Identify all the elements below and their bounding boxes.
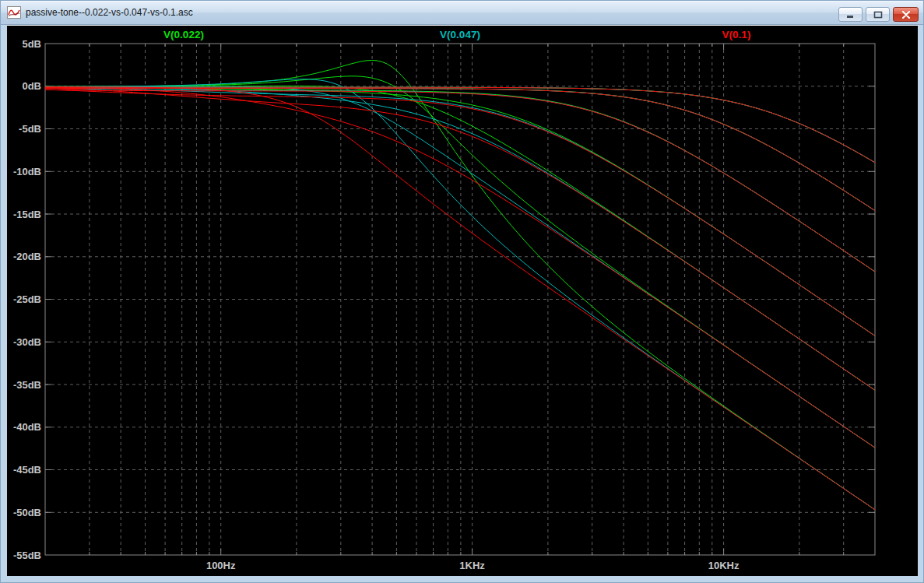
x-tick-label-2: 10KHz — [708, 560, 740, 571]
y-tick-label-4: -15dB — [13, 209, 41, 220]
titlebar-highlight — [1, 1, 923, 2]
y-tick-label-3: -10dB — [13, 166, 41, 177]
close-button[interactable] — [893, 7, 919, 22]
x-tick-label-0: 100Hz — [206, 560, 236, 571]
x-tick-label-1: 1KHz — [459, 560, 485, 571]
y-tick-label-12: -55dB — [13, 550, 41, 561]
window-controls — [838, 7, 919, 22]
window-border-right — [918, 25, 923, 583]
y-tick-label-0: 5dB — [22, 38, 41, 50]
y-tick-label-1: 0dB — [22, 80, 41, 92]
maximize-button[interactable] — [866, 7, 890, 22]
y-tick-label-11: -50dB — [13, 507, 41, 518]
window-border-bottom — [1, 576, 923, 582]
window-title: passive-tone--0.022-vs-0.047-vs-0.1.asc — [26, 7, 193, 18]
y-tick-label-5: -20dB — [13, 251, 41, 262]
window-border-left — [1, 25, 7, 583]
x-axis-labels: 100Hz1KHz10KHz — [206, 560, 740, 571]
trace-label-v0047[interactable]: V(0.047) — [440, 29, 480, 40]
y-tick-label-8: -35dB — [13, 379, 41, 391]
plot-client-area: 100Hz1KHz10KHz 5dB0dB-5dB-10dB-15dB-20dB… — [7, 26, 919, 577]
y-tick-label-9: -40dB — [13, 421, 41, 433]
trace-label-v01[interactable]: V(0.1) — [722, 29, 751, 40]
y-tick-label-7: -30dB — [13, 336, 41, 348]
y-tick-label-10: -45dB — [13, 464, 41, 476]
y-tick-label-6: -25dB — [13, 293, 41, 305]
title-bar[interactable]: passive-tone--0.022-vs-0.047-vs-0.1.asc — [1, 1, 923, 25]
waveform-plot[interactable]: 100Hz1KHz10KHz 5dB0dB-5dB-10dB-15dB-20dB… — [7, 26, 919, 577]
y-tick-label-2: -5dB — [19, 123, 41, 135]
y-axis-labels: 5dB0dB-5dB-10dB-15dB-20dB-25dB-30dB-35dB… — [13, 38, 41, 561]
trace-label-v0022[interactable]: V(0.022) — [163, 29, 204, 40]
minimize-button[interactable] — [838, 7, 863, 22]
waveform-icon — [7, 6, 21, 19]
ltspice-waveform-window: passive-tone--0.022-vs-0.047-vs-0.1.asc — [0, 0, 924, 583]
